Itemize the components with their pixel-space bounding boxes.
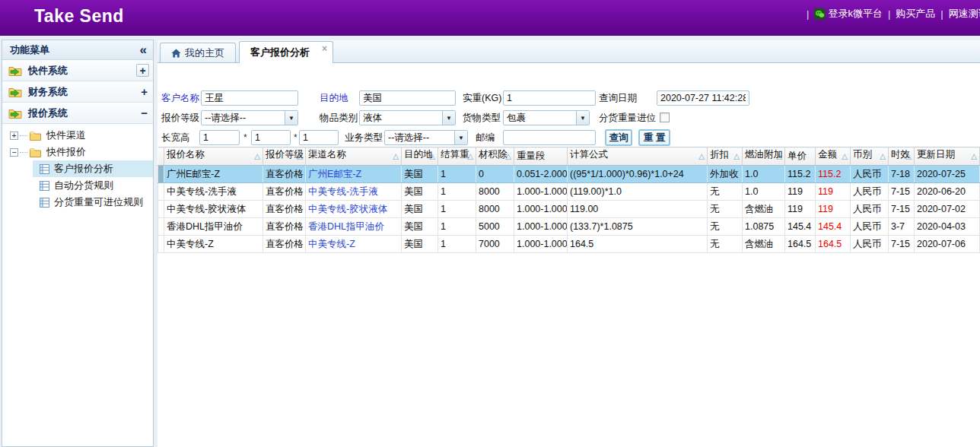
sort-ascending-icon[interactable]: △ bbox=[971, 148, 977, 165]
reset-button[interactable]: 重 置 bbox=[638, 129, 670, 146]
row-selector-cell[interactable] bbox=[158, 218, 164, 236]
table-row[interactable]: 中美专线-Z直客价格中美专线-Z美国170001.000-1.000164.5无… bbox=[158, 236, 980, 253]
column-header[interactable]: △更新日期 bbox=[915, 147, 980, 166]
tree-leaf-label: 自动分货规则 bbox=[54, 179, 113, 192]
tree-leaf-auto-split-rule[interactable]: 自动分货规则 bbox=[33, 177, 153, 194]
expand-plus-icon[interactable]: + bbox=[136, 64, 149, 77]
channel-name-link[interactable]: 中美专线-胶状液体 bbox=[306, 201, 402, 218]
sidebar-header: 功能菜单 « bbox=[2, 40, 153, 60]
chevron-down-icon[interactable]: ▼ bbox=[576, 111, 589, 125]
query-button[interactable]: 查询 bbox=[605, 129, 632, 146]
buy-product-link[interactable]: 购买产品 bbox=[896, 7, 935, 21]
login-kwei-link[interactable]: 登录k微平台 bbox=[814, 7, 883, 21]
sort-ascending-icon[interactable]: △ bbox=[733, 148, 740, 165]
item-category-label: 物品类别 bbox=[320, 110, 358, 125]
channel-name-link[interactable]: 中美专线-Z bbox=[306, 236, 402, 253]
brand-logo: Take Send bbox=[34, 6, 124, 27]
column-header[interactable]: △目的地 bbox=[402, 147, 438, 166]
tab-customer-quote-analysis[interactable]: 客户报价分析 × bbox=[239, 41, 333, 63]
sidebar-section-express-system[interactable]: 快件系统 + bbox=[2, 60, 153, 81]
column-header[interactable]: △报价名称 bbox=[164, 147, 263, 166]
tree-expand-icon[interactable]: + bbox=[10, 132, 18, 140]
business-type-select[interactable]: --请选择-- ▼ bbox=[384, 130, 468, 145]
folder-icon bbox=[29, 131, 42, 141]
report-grid-icon bbox=[40, 164, 49, 174]
column-header-label: 重量段 bbox=[517, 151, 546, 161]
column-header[interactable]: △计算公式 bbox=[568, 147, 708, 166]
channel-name-link[interactable]: 香港DHL指甲油价 bbox=[306, 218, 402, 236]
column-header[interactable]: △结算重 bbox=[438, 147, 476, 166]
speed-test-label: 网速测试 bbox=[949, 7, 980, 21]
sort-ascending-icon[interactable]: △ bbox=[698, 148, 705, 165]
postcode-input[interactable] bbox=[503, 130, 596, 145]
tree-leaf-split-weight-carry-rule[interactable]: 分货重量可进位规则 bbox=[33, 194, 153, 211]
column-header[interactable]: △报价等级 bbox=[263, 147, 306, 166]
row-selector-cell[interactable] bbox=[158, 183, 164, 201]
column-header[interactable]: △币别 bbox=[851, 147, 889, 166]
row-selector-cell[interactable] bbox=[158, 166, 164, 183]
tab-my-home[interactable]: 我的主页 bbox=[160, 43, 236, 62]
destination-input[interactable] bbox=[359, 90, 456, 106]
sort-ascending-icon[interactable]: △ bbox=[842, 148, 848, 165]
actual-weight-input[interactable] bbox=[503, 90, 596, 106]
tree-collapse-icon[interactable]: − bbox=[10, 148, 18, 157]
sidebar-section-quote-system[interactable]: 报价系统 − bbox=[2, 103, 153, 124]
tree-folder-express-channel[interactable]: + 快件渠道 bbox=[2, 127, 153, 144]
item-category-value: 液体 bbox=[360, 112, 442, 125]
column-header[interactable]: △燃油附加 bbox=[743, 147, 785, 166]
dimensions-label: 长宽高 bbox=[161, 130, 190, 145]
sidebar: 功能菜单 « 快件系统 + 财务系统 + 报价系统 − + bbox=[2, 40, 154, 447]
customer-name-label: 客户名称 bbox=[161, 90, 199, 106]
column-header[interactable]: 单价 bbox=[785, 147, 816, 166]
column-header[interactable]: △折扣 bbox=[708, 147, 743, 166]
customer-name-input[interactable] bbox=[201, 90, 298, 106]
row-selector-cell[interactable] bbox=[158, 201, 164, 218]
table-cell: 8000 bbox=[476, 183, 514, 201]
quote-level-select[interactable]: --请选择-- ▼ bbox=[201, 110, 298, 125]
channel-name-link[interactable]: 广州E邮宝-Z bbox=[306, 166, 402, 183]
table-cell: 2020-07-25 bbox=[915, 166, 980, 183]
table-row[interactable]: 中美专线-胶状液体直客价格中美专线-胶状液体美国180001.000-1.000… bbox=[158, 201, 980, 218]
table-row[interactable]: 广州E邮宝-Z直客价格广州E邮宝-Z美国100.051-2.000((95*1/… bbox=[158, 166, 980, 183]
column-header-label: 报价名称 bbox=[167, 149, 205, 160]
column-header[interactable]: △材积除 bbox=[476, 147, 514, 166]
length-input[interactable] bbox=[199, 130, 240, 145]
separator: | bbox=[888, 8, 890, 20]
column-header[interactable]: 重量段 bbox=[514, 147, 568, 166]
table-row[interactable]: 中美专线-洗手液直客价格中美专线-洗手液美国180001.000-1.000(1… bbox=[158, 183, 980, 201]
row-selector-cell[interactable] bbox=[158, 236, 164, 253]
collapse-sidebar-icon[interactable]: « bbox=[140, 45, 147, 55]
speed-test-link[interactable]: 网速测试 bbox=[949, 7, 980, 21]
height-input[interactable] bbox=[299, 130, 339, 145]
table-cell: 直客价格 bbox=[263, 201, 306, 218]
sort-ascending-icon[interactable]: △ bbox=[393, 148, 399, 165]
tree-folder-express-quote[interactable]: − 快件报价 bbox=[2, 144, 153, 160]
chevron-down-icon[interactable]: ▼ bbox=[454, 131, 467, 144]
table-row[interactable]: 香港DHL指甲油价直客价格香港DHL指甲油价美国150001.000-1.000… bbox=[158, 218, 980, 236]
split-weight-checkbox[interactable] bbox=[660, 113, 670, 122]
query-date-input[interactable] bbox=[657, 90, 749, 106]
chevron-down-icon[interactable]: ▼ bbox=[285, 111, 298, 125]
expand-plus-icon[interactable]: + bbox=[141, 85, 148, 98]
column-header[interactable]: △渠道名称 bbox=[306, 147, 402, 166]
column-header[interactable]: △金额 bbox=[816, 147, 851, 166]
sort-ascending-icon[interactable]: △ bbox=[254, 148, 260, 165]
amount-cell: 115.2 bbox=[816, 166, 851, 183]
width-input[interactable] bbox=[251, 130, 291, 145]
sidebar-section-finance-system[interactable]: 财务系统 + bbox=[2, 81, 153, 103]
sort-ascending-icon[interactable]: △ bbox=[880, 148, 886, 165]
tree-guide-line bbox=[20, 152, 27, 153]
channel-name-link[interactable]: 中美专线-洗手液 bbox=[306, 183, 402, 201]
table-cell: 广州E邮宝-Z bbox=[164, 166, 263, 183]
cargo-type-select[interactable]: 包裹 ▼ bbox=[503, 110, 590, 125]
collapse-minus-icon[interactable]: − bbox=[141, 106, 148, 119]
table-cell: (119.00)*1.0 bbox=[568, 183, 708, 201]
table-cell: 119 bbox=[785, 183, 816, 201]
column-header[interactable]: △时效 bbox=[889, 147, 915, 166]
quote-results-grid: △报价名称△报价等级△渠道名称△目的地△结算重△材积除重量段△计算公式△折扣△燃… bbox=[158, 147, 980, 253]
close-tab-icon[interactable]: × bbox=[322, 43, 327, 54]
tree-leaf-customer-quote-analysis[interactable]: 客户报价分析 bbox=[33, 160, 153, 177]
item-category-select[interactable]: 液体 ▼ bbox=[359, 110, 456, 125]
chevron-down-icon[interactable]: ▼ bbox=[442, 111, 455, 125]
table-cell: 0 bbox=[476, 166, 514, 183]
